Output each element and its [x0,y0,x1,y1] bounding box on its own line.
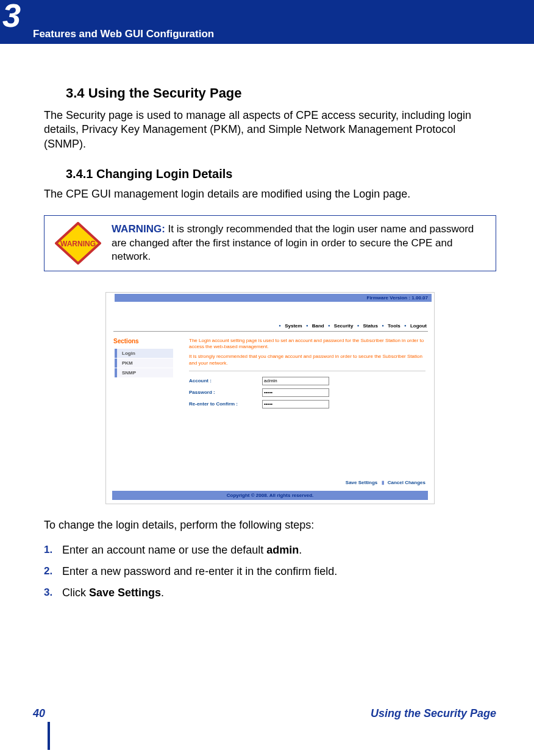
step-post: . [299,544,302,556]
footer-rule [48,722,50,750]
warning-callout: WARNING WARNING: It is strongly recommen… [44,215,496,271]
menu-logout[interactable]: Logout [410,323,427,329]
panel-divider [189,371,425,371]
chapter-number: 3 [2,0,21,34]
footer-section-name: Using the Security Page [371,707,496,720]
warning-label: WARNING: [112,223,165,235]
menu-security[interactable]: Security [334,323,354,329]
reenter-input[interactable] [262,400,329,408]
form-actions: Save Settings ▮ Cancel Changes [346,480,425,485]
warning-body: It is strongly recommended that the logi… [112,223,474,262]
firmware-banner: Firmware Version : 1.00.07 [115,294,432,302]
panel-description: The Login account setting page is used t… [189,338,425,371]
embedded-screenshot: Firmware Version : 1.00.07 ● System ● Ba… [105,292,435,504]
section-heading: 3.4 Using the Security Page [66,85,496,101]
side-nav: Login PKM SNMP [115,349,173,378]
login-form: Account : Password : Re-enter to Confirm… [189,377,425,412]
warning-icon: WARNING [44,216,112,271]
password-label: Password : [189,390,262,395]
menu-system[interactable]: System [285,323,302,329]
menu-divider [113,331,428,332]
step-3: 3. Click Save Settings. [44,585,496,601]
panel-desc-1: The Login account setting page is used t… [189,338,425,351]
step-post: . [161,587,164,599]
save-settings-button[interactable]: Save Settings [346,480,377,485]
step-bold: admin [266,544,299,556]
cancel-changes-button[interactable]: Cancel Changes [388,480,425,485]
action-separator: ▮ [382,480,384,485]
steps-list: 1. Enter an account name or use the defa… [44,543,496,601]
step-number: 2. [44,564,62,579]
page-footer: 40 Using the Security Page [33,707,496,732]
step-text: Click [62,587,89,599]
subsection-intro: The CPE GUI management login details are… [44,187,496,201]
sections-label: Sections [113,338,139,344]
step-text: Enter a new password and re-enter it in … [62,565,337,577]
menu-band[interactable]: Band [312,323,324,329]
step-2: 2. Enter a new password and re-enter it … [44,564,496,579]
step-number: 3. [44,585,62,601]
page-content: 3.4 Using the Security Page The Security… [44,85,496,607]
top-menu: ● System ● Band ● Security ● Status ● To… [277,323,428,329]
chapter-title: Features and Web GUI Configuration [33,28,214,40]
warning-icon-text: WARNING [60,240,96,248]
password-input[interactable] [262,388,329,397]
sidebar-item-login[interactable]: Login [115,349,173,358]
step-1: 1. Enter an account name or use the defa… [44,543,496,558]
sidebar-item-pkm[interactable]: PKM [115,358,173,368]
account-label: Account : [189,378,262,383]
copyright-bar: Copyright © 2008. All rights reserved. [112,491,428,500]
steps-intro: To change the login details, perform the… [44,519,496,532]
chapter-header: 3 Features and Web GUI Configuration [0,0,534,44]
section-intro: The Security page is used to manage all … [44,109,496,151]
panel-desc-2: It is strongly recommended that you chan… [189,354,425,366]
account-input[interactable] [262,377,329,385]
step-number: 1. [44,543,62,558]
step-text: Enter an account name or use the default [62,544,266,556]
warning-text: WARNING: It is strongly recommended that… [112,216,496,269]
subsection-heading: 3.4.1 Changing Login Details [66,167,496,181]
step-bold: Save Settings [89,587,161,599]
menu-tools[interactable]: Tools [388,323,400,329]
page-number: 40 [33,707,45,719]
sidebar-item-snmp[interactable]: SNMP [115,368,173,377]
menu-status[interactable]: Status [363,323,378,329]
reenter-label: Re-enter to Confirm : [189,401,262,407]
